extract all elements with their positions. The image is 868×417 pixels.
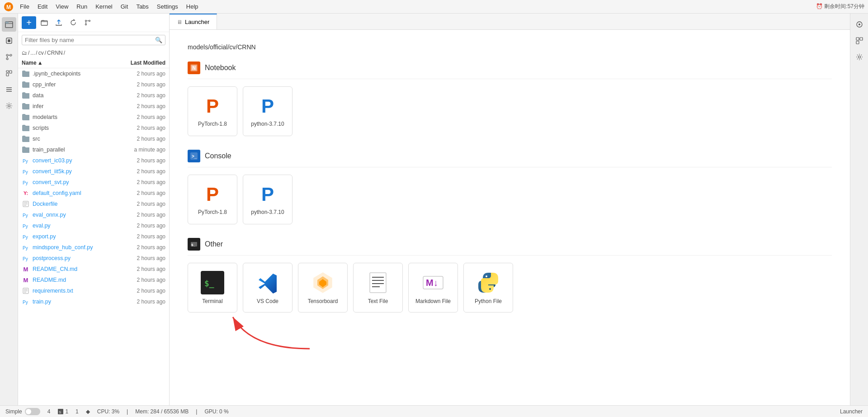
python-label: python-3.7.10 bbox=[251, 121, 284, 127]
list-item[interactable]: Pypostprocess.py2 hours ago bbox=[18, 253, 169, 264]
file-modified: 2 hours ago bbox=[111, 212, 165, 218]
menu-view[interactable]: View bbox=[52, 2, 72, 11]
tensorboard-card[interactable]: Tensorboard bbox=[298, 263, 348, 313]
menu-edit[interactable]: Edit bbox=[34, 2, 51, 11]
folder-icon bbox=[22, 70, 30, 78]
terminal-label: Terminal bbox=[202, 298, 222, 304]
list-item[interactable]: requirements.txt2 hours ago bbox=[18, 285, 169, 296]
svg-text:Py: Py bbox=[23, 256, 28, 261]
textfile-card[interactable]: Text File bbox=[353, 263, 403, 313]
list-item[interactable]: .ipynb_checkpoints2 hours ago bbox=[18, 68, 169, 79]
vscode-card[interactable]: VS Code bbox=[243, 263, 292, 313]
console-python-letter: P bbox=[261, 184, 274, 205]
console-section-label: Console bbox=[205, 152, 231, 160]
refresh-button[interactable] bbox=[67, 16, 80, 29]
menu-settings[interactable]: Settings bbox=[153, 2, 182, 11]
svg-text:Py: Py bbox=[23, 180, 28, 185]
search-box[interactable]: 🔍 bbox=[22, 35, 165, 45]
py-icon: Py bbox=[22, 243, 30, 251]
toggle-dot bbox=[26, 409, 31, 414]
timer: ⏰ 剩余时间:57分钟 bbox=[816, 3, 864, 10]
list-item[interactable]: modelarts2 hours ago bbox=[18, 112, 169, 123]
vscode-label: VS Code bbox=[257, 298, 278, 304]
launcher-tab-icon: 🖥 bbox=[177, 19, 182, 25]
extension-sidebar-button[interactable] bbox=[852, 33, 867, 48]
svg-point-17 bbox=[85, 20, 87, 22]
property-inspector-button[interactable] bbox=[852, 17, 867, 32]
file-modified: 2 hours ago bbox=[111, 299, 165, 305]
svg-rect-10 bbox=[9, 71, 12, 73]
menu-run[interactable]: Run bbox=[73, 2, 91, 11]
git-button[interactable] bbox=[81, 16, 94, 29]
breadcrumb-home[interactable]: 🗂 bbox=[22, 50, 27, 56]
file-modified: 2 hours ago bbox=[111, 103, 165, 109]
list-item[interactable]: Pyeval.py2 hours ago bbox=[18, 220, 169, 231]
list-item[interactable]: Pyexport.py2 hours ago bbox=[18, 231, 169, 242]
svg-text:>_: >_ bbox=[192, 154, 197, 159]
main-content: 🖥 Launcher models/official/cv/CRNN N Not… bbox=[170, 14, 850, 405]
pythonfile-card[interactable]: Python File bbox=[463, 263, 513, 313]
simple-toggle-pill[interactable] bbox=[25, 408, 40, 415]
settings-sidebar-button[interactable] bbox=[852, 50, 867, 64]
list-item[interactable]: train_parallela minute ago bbox=[18, 144, 169, 155]
breadcrumb-crnn[interactable]: CRNN bbox=[47, 50, 63, 56]
list-item[interactable]: MREADME_CN.md2 hours ago bbox=[18, 264, 169, 275]
markdown-card[interactable]: M↓ Markdown File bbox=[408, 263, 458, 313]
menu-git[interactable]: Git bbox=[117, 2, 132, 11]
list-item[interactable]: Pyeval_onnx.py2 hours ago bbox=[18, 209, 169, 220]
svg-rect-60 bbox=[856, 41, 859, 44]
menu-kernel[interactable]: Kernel bbox=[92, 2, 116, 11]
terminal-card[interactable]: $_ Terminal bbox=[188, 263, 237, 313]
menu-help[interactable]: Help bbox=[183, 2, 202, 11]
breadcrumb: 🗂 / ... / cv / CRNN / bbox=[18, 48, 169, 58]
breadcrumb-cv[interactable]: cv bbox=[38, 50, 44, 56]
file-modified: 2 hours ago bbox=[111, 223, 165, 229]
list-item[interactable]: cpp_infer2 hours ago bbox=[18, 79, 169, 90]
file-modified: 2 hours ago bbox=[111, 81, 165, 88]
pytorch-label: PyTorch-1.8 bbox=[198, 121, 227, 127]
list-item[interactable]: infer2 hours ago bbox=[18, 101, 169, 112]
svg-text:M: M bbox=[6, 4, 11, 10]
menu-tabs[interactable]: Tabs bbox=[132, 2, 152, 11]
sidebar-item-extensionmanager[interactable] bbox=[2, 66, 16, 81]
list-item[interactable]: Pyconvert_ic03.py2 hours ago bbox=[18, 155, 169, 166]
list-item[interactable]: Pymindspore_hub_conf.py2 hours ago bbox=[18, 242, 169, 253]
launcher-body: models/official/cv/CRNN N Notebook P PyT… bbox=[170, 30, 850, 405]
file-name: train_parallel bbox=[33, 147, 111, 153]
sidebar-item-filebrowser[interactable] bbox=[2, 17, 16, 32]
breadcrumb-dots[interactable]: ... bbox=[30, 50, 35, 56]
sidebar-item-running[interactable] bbox=[2, 33, 16, 48]
notebook-pytorch-card[interactable]: P PyTorch-1.8 bbox=[188, 86, 237, 136]
console-python-card[interactable]: P python-3.7.10 bbox=[243, 175, 292, 224]
textfile-label: Text File bbox=[368, 298, 388, 304]
list-item[interactable]: Pyconvert_iit5k.py2 hours ago bbox=[18, 166, 169, 177]
tab-launcher[interactable]: 🖥 Launcher bbox=[170, 14, 217, 29]
new-launcher-button[interactable]: + bbox=[22, 16, 36, 29]
search-input[interactable] bbox=[25, 37, 153, 43]
sidebar-item-settings[interactable] bbox=[2, 99, 16, 113]
other-section-icon: $_ bbox=[188, 238, 200, 251]
app-logo: M bbox=[4, 2, 14, 12]
new-folder-button[interactable] bbox=[38, 16, 51, 29]
mem-separator: | bbox=[127, 408, 128, 415]
file-modified: a minute ago bbox=[111, 147, 165, 153]
list-item[interactable]: scripts2 hours ago bbox=[18, 123, 169, 133]
menu-file[interactable]: File bbox=[16, 2, 33, 11]
list-item[interactable]: Pyconvert_svt.py2 hours ago bbox=[18, 177, 169, 188]
list-item[interactable]: src2 hours ago bbox=[18, 133, 169, 144]
list-item[interactable]: data2 hours ago bbox=[18, 90, 169, 101]
upload-button[interactable] bbox=[52, 16, 65, 29]
list-item[interactable]: Dockerfile2 hours ago bbox=[18, 199, 169, 209]
notebook-python-card[interactable]: P python-3.7.10 bbox=[243, 86, 292, 136]
console-pytorch-card[interactable]: P PyTorch-1.8 bbox=[188, 175, 237, 224]
simple-mode-toggle[interactable]: Simple bbox=[5, 408, 40, 415]
cursor-indicator: ◆ bbox=[86, 408, 90, 415]
list-item[interactable]: Pytrain.py2 hours ago bbox=[18, 296, 169, 307]
file-name: mindspore_hub_conf.py bbox=[33, 244, 111, 251]
sidebar-item-toc[interactable] bbox=[2, 82, 16, 97]
list-item[interactable]: Y:default_config.yaml2 hours ago bbox=[18, 188, 169, 199]
list-item[interactable]: MREADME.md2 hours ago bbox=[18, 275, 169, 285]
sort-name[interactable]: Name ▲ bbox=[22, 60, 111, 66]
sidebar-item-git[interactable] bbox=[2, 50, 16, 64]
svg-text:Py: Py bbox=[23, 159, 28, 164]
